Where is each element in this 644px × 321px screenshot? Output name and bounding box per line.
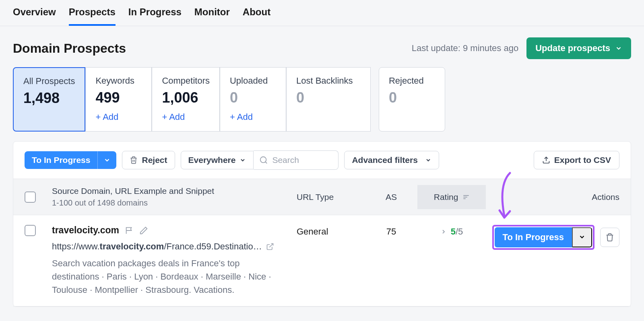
card-label: Keywords <box>95 76 142 86</box>
tab-prospects[interactable]: Prospects <box>69 6 116 26</box>
card-label: Uploaded <box>230 76 276 86</box>
reject-label: Reject <box>142 155 167 165</box>
col-header-source: Source Domain, URL Example and Snippet <box>52 186 297 196</box>
chevron-down-icon <box>615 45 622 52</box>
highlight-annotation: To In Progress <box>492 225 594 250</box>
card-value: 1,006 <box>162 89 210 106</box>
card-value: 0 <box>230 89 276 106</box>
trash-icon <box>605 233 614 242</box>
chevron-right-icon <box>440 228 447 235</box>
sort-desc-icon <box>463 192 469 202</box>
table-row: travelocity.com https://www.travelocity.… <box>13 215 631 307</box>
advanced-filters-button[interactable]: Advanced filters <box>344 151 439 169</box>
update-prospects-button[interactable]: Update prospects <box>526 37 631 59</box>
snippet-text: Search vacation packages deals in France… <box>52 257 277 296</box>
update-prospects-label: Update prospects <box>535 43 610 54</box>
cell-as: 75 <box>365 225 417 237</box>
card-value: 499 <box>95 89 142 106</box>
export-label: Export to CSV <box>554 155 611 165</box>
page-title: Domain Prospects <box>13 41 126 56</box>
card-keywords[interactable]: Keywords 499 + Add <box>85 67 152 132</box>
svg-line-1 <box>266 162 267 163</box>
rating-num: 5 <box>451 226 456 237</box>
card-lost-backlinks[interactable]: Lost Backlinks 0 <box>286 67 371 132</box>
search-field-wrap <box>254 150 339 170</box>
upload-icon <box>542 156 550 164</box>
chevron-down-icon <box>578 233 586 241</box>
url-example[interactable]: https://www.travelocity.com/France.d59.D… <box>52 241 297 252</box>
tab-monitor[interactable]: Monitor <box>194 6 230 26</box>
add-keywords-link[interactable]: + Add <box>95 112 142 122</box>
col-header-url-type[interactable]: URL Type <box>297 192 365 202</box>
svg-point-0 <box>260 157 266 163</box>
trash-icon <box>130 156 138 164</box>
tab-overview[interactable]: Overview <box>13 6 56 26</box>
add-competitors-link[interactable]: + Add <box>162 112 210 122</box>
to-in-progress-button[interactable]: To In Progress <box>25 151 97 169</box>
row-action-dropdown[interactable] <box>572 227 592 247</box>
card-label: Lost Backlinks <box>296 76 361 86</box>
card-value: 1,498 <box>23 90 75 107</box>
cell-url-type: General <box>297 225 365 237</box>
card-rejected[interactable]: Rejected 0 <box>379 67 445 132</box>
chevron-down-icon <box>239 157 246 163</box>
table-header: Source Domain, URL Example and Snippet 1… <box>13 179 631 215</box>
row-delete-button[interactable] <box>600 228 619 247</box>
row-to-in-progress-button[interactable]: To In Progress <box>495 227 572 247</box>
pencil-icon[interactable] <box>139 226 148 235</box>
last-update-text: Last update: 9 minutes ago <box>412 43 518 54</box>
tab-about[interactable]: About <box>243 6 270 26</box>
to-in-progress-dropdown[interactable] <box>97 151 116 169</box>
card-uploaded[interactable]: Uploaded 0 + Add <box>220 67 286 132</box>
svg-line-6 <box>269 244 273 247</box>
chevron-down-icon <box>103 156 111 164</box>
col-header-actions: Actions <box>486 192 619 202</box>
card-label: Rejected <box>389 76 435 86</box>
rating-den: /5 <box>456 226 463 237</box>
col-header-rating[interactable]: Rating <box>417 185 486 209</box>
add-uploaded-link[interactable]: + Add <box>230 112 276 122</box>
card-value: 0 <box>296 89 361 106</box>
card-competitors[interactable]: Competitors 1,006 + Add <box>152 67 220 132</box>
col-header-count: 1-100 out of 1498 domains <box>52 198 297 208</box>
card-label: Competitors <box>162 76 210 86</box>
search-icon <box>259 156 268 165</box>
prospects-panel: To In Progress Reject Everywhere Advance… <box>13 141 631 307</box>
advanced-filters-label: Advanced filters <box>352 155 417 165</box>
reject-button[interactable]: Reject <box>122 151 175 169</box>
chevron-down-icon <box>425 157 431 163</box>
scope-label: Everywhere <box>188 155 236 165</box>
tab-in-progress[interactable]: In Progress <box>128 6 182 26</box>
external-link-icon[interactable] <box>266 243 274 251</box>
flag-icon[interactable] <box>125 226 134 235</box>
export-csv-button[interactable]: Export to CSV <box>534 151 619 169</box>
col-header-as[interactable]: AS <box>365 192 417 202</box>
tab-bar: Overview Prospects In Progress Monitor A… <box>0 0 644 26</box>
scope-dropdown[interactable]: Everywhere <box>181 151 254 169</box>
row-checkbox[interactable] <box>25 225 36 236</box>
select-all-checkbox[interactable] <box>25 191 36 203</box>
toolbar: To In Progress Reject Everywhere Advance… <box>13 142 631 179</box>
cell-rating[interactable]: 5/5 <box>417 225 486 244</box>
domain-name[interactable]: travelocity.com <box>52 225 119 236</box>
card-label: All Prospects <box>23 76 75 86</box>
search-input[interactable] <box>272 155 332 165</box>
rating-label: Rating <box>434 192 458 202</box>
card-value: 0 <box>389 89 435 106</box>
card-all-prospects[interactable]: All Prospects 1,498 <box>13 67 85 132</box>
